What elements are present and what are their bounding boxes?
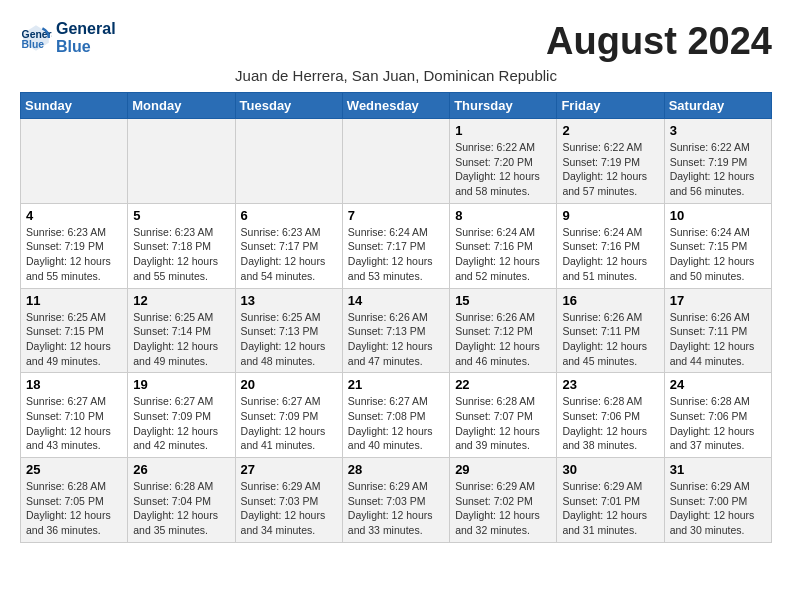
day-detail: Sunrise: 6:24 AM Sunset: 7:16 PM Dayligh… — [562, 226, 647, 282]
day-number: 30 — [562, 462, 658, 477]
calendar-cell: 23Sunrise: 6:28 AM Sunset: 7:06 PM Dayli… — [557, 373, 664, 458]
calendar-subtitle: Juan de Herrera, San Juan, Dominican Rep… — [20, 67, 772, 84]
day-detail: Sunrise: 6:29 AM Sunset: 7:00 PM Dayligh… — [670, 480, 755, 536]
calendar-cell: 4Sunrise: 6:23 AM Sunset: 7:19 PM Daylig… — [21, 203, 128, 288]
day-number: 25 — [26, 462, 122, 477]
day-detail: Sunrise: 6:25 AM Sunset: 7:15 PM Dayligh… — [26, 311, 111, 367]
day-number: 3 — [670, 123, 766, 138]
calendar-table: SundayMondayTuesdayWednesdayThursdayFrid… — [20, 92, 772, 543]
day-detail: Sunrise: 6:22 AM Sunset: 7:19 PM Dayligh… — [562, 141, 647, 197]
day-number: 11 — [26, 293, 122, 308]
weekday-header-wednesday: Wednesday — [342, 93, 449, 119]
calendar-cell: 3Sunrise: 6:22 AM Sunset: 7:19 PM Daylig… — [664, 119, 771, 204]
calendar-cell: 21Sunrise: 6:27 AM Sunset: 7:08 PM Dayli… — [342, 373, 449, 458]
calendar-cell: 28Sunrise: 6:29 AM Sunset: 7:03 PM Dayli… — [342, 458, 449, 543]
calendar-cell: 22Sunrise: 6:28 AM Sunset: 7:07 PM Dayli… — [450, 373, 557, 458]
calendar-cell: 15Sunrise: 6:26 AM Sunset: 7:12 PM Dayli… — [450, 288, 557, 373]
calendar-cell: 17Sunrise: 6:26 AM Sunset: 7:11 PM Dayli… — [664, 288, 771, 373]
day-number: 31 — [670, 462, 766, 477]
calendar-week-4: 18Sunrise: 6:27 AM Sunset: 7:10 PM Dayli… — [21, 373, 772, 458]
calendar-week-3: 11Sunrise: 6:25 AM Sunset: 7:15 PM Dayli… — [21, 288, 772, 373]
day-number: 18 — [26, 377, 122, 392]
calendar-cell: 27Sunrise: 6:29 AM Sunset: 7:03 PM Dayli… — [235, 458, 342, 543]
calendar-cell: 9Sunrise: 6:24 AM Sunset: 7:16 PM Daylig… — [557, 203, 664, 288]
day-number: 21 — [348, 377, 444, 392]
day-detail: Sunrise: 6:29 AM Sunset: 7:03 PM Dayligh… — [241, 480, 326, 536]
calendar-cell: 1Sunrise: 6:22 AM Sunset: 7:20 PM Daylig… — [450, 119, 557, 204]
day-detail: Sunrise: 6:29 AM Sunset: 7:02 PM Dayligh… — [455, 480, 540, 536]
calendar-cell: 7Sunrise: 6:24 AM Sunset: 7:17 PM Daylig… — [342, 203, 449, 288]
calendar-cell — [21, 119, 128, 204]
day-number: 5 — [133, 208, 229, 223]
calendar-cell: 2Sunrise: 6:22 AM Sunset: 7:19 PM Daylig… — [557, 119, 664, 204]
logo-blue: Blue — [56, 38, 116, 56]
day-detail: Sunrise: 6:23 AM Sunset: 7:18 PM Dayligh… — [133, 226, 218, 282]
logo-general: General — [56, 20, 116, 38]
logo: General Blue General Blue — [20, 20, 116, 56]
day-detail: Sunrise: 6:28 AM Sunset: 7:07 PM Dayligh… — [455, 395, 540, 451]
calendar-cell — [235, 119, 342, 204]
day-number: 10 — [670, 208, 766, 223]
day-number: 15 — [455, 293, 551, 308]
calendar-cell: 13Sunrise: 6:25 AM Sunset: 7:13 PM Dayli… — [235, 288, 342, 373]
calendar-cell: 10Sunrise: 6:24 AM Sunset: 7:15 PM Dayli… — [664, 203, 771, 288]
day-detail: Sunrise: 6:29 AM Sunset: 7:03 PM Dayligh… — [348, 480, 433, 536]
day-number: 12 — [133, 293, 229, 308]
calendar-cell: 8Sunrise: 6:24 AM Sunset: 7:16 PM Daylig… — [450, 203, 557, 288]
day-detail: Sunrise: 6:28 AM Sunset: 7:06 PM Dayligh… — [562, 395, 647, 451]
day-number: 23 — [562, 377, 658, 392]
day-detail: Sunrise: 6:22 AM Sunset: 7:20 PM Dayligh… — [455, 141, 540, 197]
day-detail: Sunrise: 6:22 AM Sunset: 7:19 PM Dayligh… — [670, 141, 755, 197]
day-detail: Sunrise: 6:26 AM Sunset: 7:12 PM Dayligh… — [455, 311, 540, 367]
day-detail: Sunrise: 6:27 AM Sunset: 7:09 PM Dayligh… — [241, 395, 326, 451]
page-header: General Blue General Blue August 2024 — [20, 20, 772, 63]
logo-icon: General Blue — [20, 22, 52, 54]
calendar-week-5: 25Sunrise: 6:28 AM Sunset: 7:05 PM Dayli… — [21, 458, 772, 543]
day-detail: Sunrise: 6:27 AM Sunset: 7:08 PM Dayligh… — [348, 395, 433, 451]
day-number: 6 — [241, 208, 337, 223]
calendar-cell: 20Sunrise: 6:27 AM Sunset: 7:09 PM Dayli… — [235, 373, 342, 458]
month-title: August 2024 — [546, 20, 772, 63]
day-number: 28 — [348, 462, 444, 477]
day-number: 17 — [670, 293, 766, 308]
day-number: 27 — [241, 462, 337, 477]
day-detail: Sunrise: 6:27 AM Sunset: 7:10 PM Dayligh… — [26, 395, 111, 451]
day-number: 9 — [562, 208, 658, 223]
calendar-cell — [342, 119, 449, 204]
day-detail: Sunrise: 6:26 AM Sunset: 7:11 PM Dayligh… — [562, 311, 647, 367]
calendar-cell: 29Sunrise: 6:29 AM Sunset: 7:02 PM Dayli… — [450, 458, 557, 543]
weekday-header-tuesday: Tuesday — [235, 93, 342, 119]
calendar-cell: 30Sunrise: 6:29 AM Sunset: 7:01 PM Dayli… — [557, 458, 664, 543]
calendar-cell: 25Sunrise: 6:28 AM Sunset: 7:05 PM Dayli… — [21, 458, 128, 543]
day-detail: Sunrise: 6:24 AM Sunset: 7:16 PM Dayligh… — [455, 226, 540, 282]
calendar-cell: 5Sunrise: 6:23 AM Sunset: 7:18 PM Daylig… — [128, 203, 235, 288]
day-detail: Sunrise: 6:29 AM Sunset: 7:01 PM Dayligh… — [562, 480, 647, 536]
day-number: 22 — [455, 377, 551, 392]
day-number: 13 — [241, 293, 337, 308]
day-detail: Sunrise: 6:24 AM Sunset: 7:17 PM Dayligh… — [348, 226, 433, 282]
day-detail: Sunrise: 6:24 AM Sunset: 7:15 PM Dayligh… — [670, 226, 755, 282]
day-detail: Sunrise: 6:27 AM Sunset: 7:09 PM Dayligh… — [133, 395, 218, 451]
weekday-header-thursday: Thursday — [450, 93, 557, 119]
calendar-cell: 14Sunrise: 6:26 AM Sunset: 7:13 PM Dayli… — [342, 288, 449, 373]
day-detail: Sunrise: 6:28 AM Sunset: 7:06 PM Dayligh… — [670, 395, 755, 451]
day-detail: Sunrise: 6:28 AM Sunset: 7:05 PM Dayligh… — [26, 480, 111, 536]
day-detail: Sunrise: 6:26 AM Sunset: 7:11 PM Dayligh… — [670, 311, 755, 367]
calendar-cell: 31Sunrise: 6:29 AM Sunset: 7:00 PM Dayli… — [664, 458, 771, 543]
calendar-cell: 12Sunrise: 6:25 AM Sunset: 7:14 PM Dayli… — [128, 288, 235, 373]
calendar-cell: 19Sunrise: 6:27 AM Sunset: 7:09 PM Dayli… — [128, 373, 235, 458]
day-number: 29 — [455, 462, 551, 477]
calendar-cell — [128, 119, 235, 204]
day-number: 2 — [562, 123, 658, 138]
calendar-week-2: 4Sunrise: 6:23 AM Sunset: 7:19 PM Daylig… — [21, 203, 772, 288]
calendar-week-1: 1Sunrise: 6:22 AM Sunset: 7:20 PM Daylig… — [21, 119, 772, 204]
day-detail: Sunrise: 6:23 AM Sunset: 7:17 PM Dayligh… — [241, 226, 326, 282]
day-detail: Sunrise: 6:28 AM Sunset: 7:04 PM Dayligh… — [133, 480, 218, 536]
calendar-cell: 24Sunrise: 6:28 AM Sunset: 7:06 PM Dayli… — [664, 373, 771, 458]
day-detail: Sunrise: 6:26 AM Sunset: 7:13 PM Dayligh… — [348, 311, 433, 367]
calendar-cell: 16Sunrise: 6:26 AM Sunset: 7:11 PM Dayli… — [557, 288, 664, 373]
day-detail: Sunrise: 6:25 AM Sunset: 7:13 PM Dayligh… — [241, 311, 326, 367]
day-number: 26 — [133, 462, 229, 477]
day-number: 16 — [562, 293, 658, 308]
weekday-header-friday: Friday — [557, 93, 664, 119]
